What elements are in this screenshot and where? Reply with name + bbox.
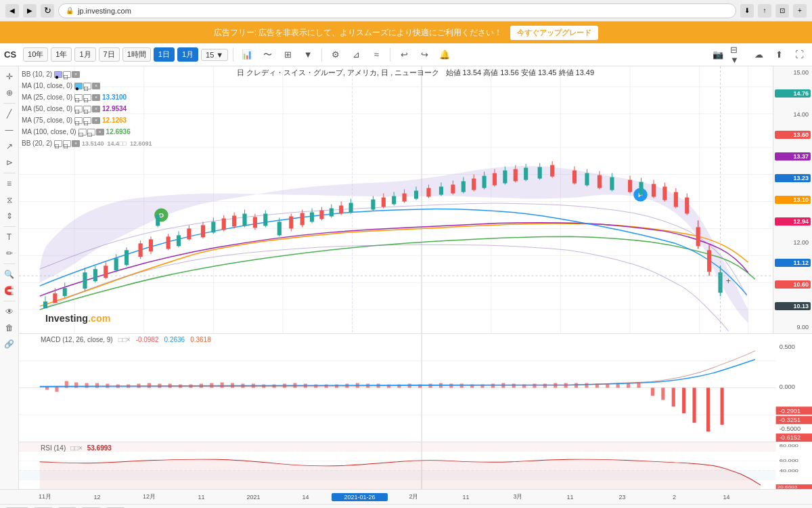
ma75-close-icon[interactable]: × <box>92 117 100 124</box>
cursor-tool[interactable]: ✛ <box>2 69 17 84</box>
price-14: 14.00 <box>775 111 811 118</box>
svg-rect-96 <box>451 185 455 194</box>
t-date-highlight: 2021-01-26 <box>332 493 388 501</box>
ma25-eye-icon[interactable]: □ <box>74 94 83 101</box>
url-bar[interactable]: 🔒 jp.investing.com <box>58 3 736 18</box>
measure-tool[interactable]: ⇕ <box>2 209 17 224</box>
bar-dropdown[interactable]: ▼ <box>299 46 317 64</box>
brush-tool[interactable]: ✏ <box>2 246 17 261</box>
ma75-eye-icon[interactable]: □ <box>74 117 83 124</box>
magnet-tool[interactable]: 🧲 <box>2 283 17 298</box>
ma50-eye-icon[interactable]: □ <box>74 106 83 112</box>
ma75-settings-icon[interactable]: □ <box>83 117 91 124</box>
back-button[interactable]: ◀ <box>5 4 19 18</box>
text-tool[interactable]: T <box>2 230 17 245</box>
svg-text:-0.3251: -0.3251 <box>780 417 800 423</box>
tb-7d[interactable]: 7日 <box>99 47 120 62</box>
ma10-settings-icon[interactable]: □ <box>83 83 91 89</box>
badge-1294: 12.94 <box>775 217 811 226</box>
bb10-eye-icon[interactable]: ● <box>54 71 62 78</box>
lt-sep5 <box>3 301 16 301</box>
open-val: 13.54 <box>463 68 482 77</box>
url-text: jp.investing.com <box>78 7 131 15</box>
undo-icon[interactable]: ↩ <box>395 46 413 64</box>
t-12: 12 <box>71 494 123 501</box>
line-icon[interactable]: 〜 <box>258 46 276 64</box>
trend-tool[interactable]: ╱ <box>2 106 17 121</box>
bb20-val: 13.5140 14.4□□ 12.6091 <box>82 138 152 149</box>
ma100-settings-icon[interactable]: □ <box>87 129 95 135</box>
svg-rect-100 <box>472 179 476 190</box>
svg-rect-94 <box>439 187 443 195</box>
share-button[interactable]: ↑ <box>758 4 771 18</box>
svg-rect-62 <box>253 217 257 228</box>
settings-icon[interactable]: ⚙ <box>327 46 344 64</box>
alert-icon[interactable]: 🔔 <box>436 46 453 64</box>
svg-rect-138 <box>696 227 700 246</box>
publish-icon[interactable]: ⬆ <box>770 46 788 64</box>
badge-1476: 14.76 <box>775 89 811 98</box>
window-button[interactable]: ⊡ <box>775 4 789 18</box>
bb20-settings-icon[interactable]: □ <box>63 140 71 147</box>
ray-tool[interactable]: ↗ <box>2 139 17 154</box>
tb-1m[interactable]: 1月 <box>74 47 95 62</box>
layout-icon[interactable]: ⊟ ▼ <box>729 46 747 64</box>
tb-15[interactable]: 15 ▼ <box>201 49 228 61</box>
compare-icon[interactable]: ≈ <box>367 46 385 64</box>
ma25-close-icon[interactable]: × <box>92 94 100 101</box>
ma50-settings-icon[interactable]: □ <box>83 106 91 112</box>
candle-icon[interactable]: 📊 <box>238 46 256 64</box>
fib-tool[interactable]: ≡ <box>2 176 17 191</box>
ma10-close-icon[interactable]: × <box>92 83 100 89</box>
svg-rect-86 <box>392 196 396 205</box>
camera-icon[interactable]: 📷 <box>709 46 727 64</box>
time-axis: 11月 12 12月 11 2021 14 2021-01-26 2月 11 3… <box>0 489 812 504</box>
bb20-close-icon[interactable]: × <box>72 140 80 147</box>
ind-row-ma50: MA (50, close, 0) □ □ × 12.9534 <box>22 104 152 114</box>
svg-rect-122 <box>610 177 614 190</box>
bb10-close-icon[interactable]: × <box>72 71 80 78</box>
tb-1y[interactable]: 1年 <box>51 47 72 62</box>
forward-button[interactable]: ▶ <box>23 4 37 18</box>
refresh-button[interactable]: ↻ <box>41 4 54 18</box>
tb-1month[interactable]: 1月 <box>177 47 198 62</box>
svg-rect-212 <box>672 388 675 407</box>
new-tab-button[interactable]: + <box>793 4 807 18</box>
horizontal-tool[interactable]: — <box>2 123 17 137</box>
eye-tool[interactable]: 👁 <box>2 304 17 319</box>
svg-rect-126 <box>628 180 632 192</box>
ma100-close-icon[interactable]: × <box>96 129 104 135</box>
channel-tool[interactable]: ⊳ <box>2 155 17 170</box>
svg-rect-195 <box>491 384 495 388</box>
fullscreen-icon[interactable]: ⛶ <box>790 46 808 64</box>
svg-rect-210 <box>651 388 654 396</box>
tb-interval[interactable]: 1時間 <box>122 47 151 62</box>
ad-banner: 広告フリー: 広告を非表示にして、よりスムーズにより快適にご利用ください！ 今す… <box>0 22 812 43</box>
redo-icon[interactable]: ↪ <box>415 46 433 64</box>
price-chart[interactable]: 日 クレディ・スイス・グループ, アメリカ, 日 , ニューヨーク 始値 13.… <box>19 66 812 334</box>
cloud-icon[interactable]: ☁ <box>750 46 767 64</box>
bar-icon[interactable]: ⊞ <box>279 46 296 64</box>
svg-text:Investing.com: Investing.com <box>45 313 111 324</box>
ind-row-ma25: MA (25, close, 0) □ □ × 13.3100 <box>22 92 152 103</box>
pattern-tool[interactable]: ⧖ <box>2 192 17 207</box>
indicator-icon[interactable]: ⊿ <box>347 46 365 64</box>
ma25-settings-icon[interactable]: □ <box>83 94 91 101</box>
svg-rect-106 <box>503 171 507 184</box>
bb20-eye-icon[interactable]: □ <box>54 140 62 147</box>
tb-1d[interactable]: 1日 <box>154 47 175 62</box>
ma100-eye-icon[interactable]: □ <box>78 129 87 135</box>
upgrade-button[interactable]: 今すぐアップグレード <box>510 26 598 40</box>
ind-row-bb20: BB (20, 2) □ □ × 13.5140 14.4□□ 12.6091 <box>22 138 152 149</box>
trash-tool[interactable]: 🗑 <box>2 320 17 335</box>
tb-10y[interactable]: 10年 <box>23 47 48 62</box>
ma10-eye-icon[interactable]: ● <box>74 83 83 89</box>
zoom-tool[interactable]: 🔍 <box>2 267 17 282</box>
t-11c: 11 <box>440 494 492 501</box>
bb10-settings-icon[interactable]: □ <box>63 71 71 78</box>
download-button[interactable]: ⬇ <box>740 4 754 18</box>
link-tool[interactable]: 🔗 <box>2 337 17 352</box>
ma50-close-icon[interactable]: × <box>92 106 100 112</box>
browser-chrome: ◀ ▶ ↻ 🔒 jp.investing.com ⬇ ↑ ⊡ + <box>0 0 812 22</box>
crosshair-tool[interactable]: ⊕ <box>2 85 17 100</box>
